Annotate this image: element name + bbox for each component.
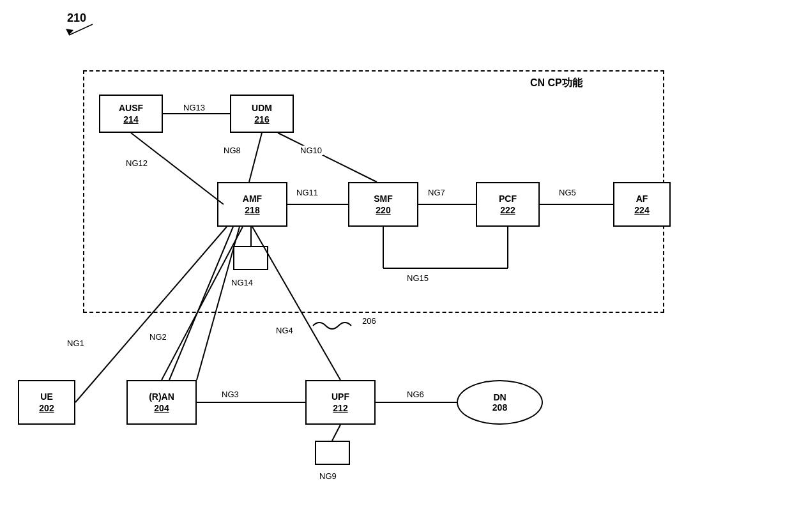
ng8-label: NG8: [222, 146, 242, 155]
ng1-label: NG1: [66, 338, 86, 348]
ng5-label: NG5: [558, 188, 577, 197]
ng10-label: NG10: [299, 146, 323, 155]
ng4-label: NG4: [275, 326, 294, 335]
svg-line-5: [278, 133, 377, 182]
diagram-container: 210 CN CP功能 AUSF 214 UDM 216 AMF 218 SMF…: [0, 0, 792, 532]
ng9-label: NG9: [318, 471, 338, 481]
svg-line-13: [75, 227, 227, 402]
svg-line-0: [69, 24, 93, 35]
ng7-label: NG7: [427, 188, 446, 197]
ng11-label: NG11: [295, 188, 319, 197]
ng14-label: NG14: [230, 278, 254, 287]
ng3-label: NG3: [220, 390, 240, 399]
svg-line-18: [332, 425, 340, 441]
ng12-label: NG12: [125, 158, 149, 168]
label-206: 206: [361, 316, 377, 326]
svg-line-14: [162, 227, 243, 380]
ng13-label: NG13: [182, 103, 206, 112]
svg-line-4: [249, 133, 262, 182]
svg-line-3: [131, 133, 224, 204]
connections-svg: [0, 0, 792, 532]
ng2-label: NG2: [148, 332, 168, 342]
svg-line-20: [197, 227, 240, 380]
svg-line-19: [169, 227, 233, 380]
svg-marker-1: [66, 29, 73, 35]
ng6-label: NG6: [406, 390, 425, 399]
svg-line-16: [252, 227, 340, 380]
ng15-label: NG15: [406, 273, 430, 283]
